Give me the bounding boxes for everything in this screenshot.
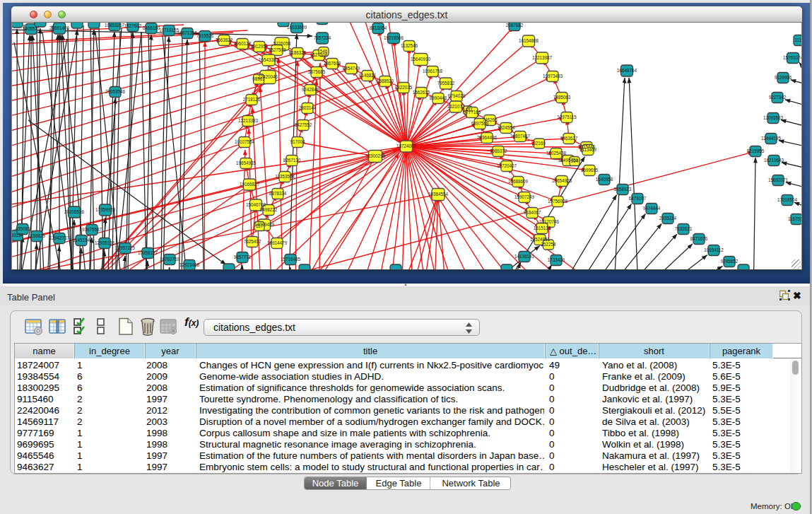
svg-text:11353594: 11353594 bbox=[275, 174, 295, 179]
svg-text:12093583: 12093583 bbox=[763, 115, 784, 120]
svg-text:19384554: 19384554 bbox=[428, 192, 449, 197]
svg-text:7663822: 7663822 bbox=[216, 37, 233, 42]
svg-text:7625402: 7625402 bbox=[244, 239, 261, 244]
svg-text:62160: 62160 bbox=[533, 141, 546, 146]
svg-text:7632621: 7632621 bbox=[675, 226, 693, 231]
svg-text:8471676: 8471676 bbox=[690, 236, 708, 241]
svg-text:9777169: 9777169 bbox=[464, 110, 481, 115]
svg-text:435081: 435081 bbox=[15, 226, 30, 231]
svg-text:15751074: 15751074 bbox=[783, 55, 801, 60]
svg-text:17957225: 17957225 bbox=[115, 245, 136, 250]
svg-text:6897568: 6897568 bbox=[471, 121, 489, 126]
svg-text:8878334: 8878334 bbox=[269, 191, 287, 196]
svg-text:16671355: 16671355 bbox=[177, 30, 198, 35]
svg-text:15046768: 15046768 bbox=[246, 202, 266, 207]
svg-text:9113469: 9113469 bbox=[579, 147, 597, 152]
svg-text:7955812: 7955812 bbox=[437, 81, 455, 86]
svg-text:917004: 917004 bbox=[290, 139, 305, 144]
svg-text:10807487: 10807487 bbox=[510, 134, 531, 139]
svg-text:10025438: 10025438 bbox=[546, 151, 567, 156]
svg-text:9474444: 9474444 bbox=[643, 206, 661, 211]
svg-text:19654923: 19654923 bbox=[552, 178, 572, 183]
svg-text:6794028: 6794028 bbox=[448, 93, 466, 98]
svg-text:17016504: 17016504 bbox=[777, 197, 798, 202]
svg-text:6479197: 6479197 bbox=[629, 196, 647, 201]
svg-text:16782759: 16782759 bbox=[160, 257, 180, 262]
svg-text:1615132: 1615132 bbox=[534, 226, 551, 230]
svg-text:12923468: 12923468 bbox=[180, 262, 200, 267]
svg-text:8267130: 8267130 bbox=[283, 158, 301, 163]
svg-text:1640958: 1640958 bbox=[596, 177, 613, 182]
svg-text:8215955: 8215955 bbox=[747, 148, 765, 153]
svg-text:18300295: 18300295 bbox=[365, 153, 386, 158]
svg-text:3824554: 3824554 bbox=[498, 125, 515, 130]
svg-text:7515526: 7515526 bbox=[196, 33, 214, 38]
svg-text:10654112: 10654112 bbox=[704, 247, 724, 252]
svg-text:10961758: 10961758 bbox=[423, 69, 443, 74]
svg-text:1405571: 1405571 bbox=[23, 26, 40, 31]
svg-text:9227342: 9227342 bbox=[769, 95, 787, 100]
svg-text:19166827: 19166827 bbox=[240, 182, 260, 187]
svg-text:9527503: 9527503 bbox=[269, 47, 286, 52]
svg-text:1527602: 1527602 bbox=[124, 23, 142, 28]
svg-text:8427552: 8427552 bbox=[295, 122, 312, 127]
svg-text:8454749: 8454749 bbox=[343, 66, 360, 71]
svg-text:1562615: 1562615 bbox=[413, 90, 430, 95]
svg-text:117: 117 bbox=[256, 223, 264, 228]
svg-text:8960128: 8960128 bbox=[234, 41, 252, 46]
svg-text:1145194: 1145194 bbox=[73, 238, 90, 243]
svg-text:93975587: 93975587 bbox=[82, 227, 102, 232]
svg-text:39134: 39134 bbox=[12, 233, 23, 238]
svg-text:16210643: 16210643 bbox=[764, 158, 784, 163]
svg-text:7986372: 7986372 bbox=[490, 148, 507, 153]
svg-text:1588520: 1588520 bbox=[377, 78, 394, 83]
svg-text:8990448: 8990448 bbox=[430, 95, 447, 100]
svg-text:15716485: 15716485 bbox=[281, 257, 301, 262]
svg-text:12942737: 12942737 bbox=[49, 235, 70, 240]
svg-text:5958923: 5958923 bbox=[614, 187, 632, 192]
svg-text:10853267: 10853267 bbox=[105, 23, 125, 28]
svg-text:15692071: 15692071 bbox=[768, 177, 789, 182]
svg-text:13524851: 13524851 bbox=[530, 237, 551, 242]
svg-text:9699695: 9699695 bbox=[581, 168, 599, 173]
svg-text:3875685: 3875685 bbox=[308, 69, 326, 74]
svg-text:98961: 98961 bbox=[252, 76, 265, 81]
svg-text:2803144: 2803144 bbox=[299, 105, 317, 110]
svg-text:20206536: 20206536 bbox=[64, 209, 85, 214]
svg-text:16914479: 16914479 bbox=[267, 240, 288, 245]
svg-text:9657771: 9657771 bbox=[234, 255, 252, 259]
svg-text:10958107: 10958107 bbox=[138, 250, 158, 255]
svg-text:252254: 252254 bbox=[541, 242, 556, 247]
svg-text:9146821: 9146821 bbox=[359, 73, 377, 78]
svg-text:16154808: 16154808 bbox=[519, 38, 539, 43]
svg-text:1167533: 1167533 bbox=[788, 216, 801, 221]
svg-text:7485063: 7485063 bbox=[553, 95, 571, 100]
svg-text:16648764: 16648764 bbox=[617, 68, 637, 73]
svg-text:12905135: 12905135 bbox=[95, 240, 115, 245]
svg-text:2087682: 2087682 bbox=[506, 23, 524, 28]
svg-text:15720407: 15720407 bbox=[497, 163, 517, 168]
svg-text:8813054: 8813054 bbox=[370, 25, 387, 30]
svg-text:8912954: 8912954 bbox=[251, 44, 269, 49]
svg-text:9463627: 9463627 bbox=[560, 136, 578, 141]
svg-text:18724007: 18724007 bbox=[396, 144, 417, 148]
svg-text:5226058: 5226058 bbox=[273, 41, 291, 46]
svg-text:8822035: 8822035 bbox=[395, 85, 413, 90]
svg-text:1733426: 1733426 bbox=[548, 257, 565, 262]
svg-text:9245652: 9245652 bbox=[721, 259, 739, 264]
svg-text:10107554: 10107554 bbox=[235, 139, 255, 144]
svg-text:16033809: 16033809 bbox=[287, 25, 307, 30]
svg-text:7857224: 7857224 bbox=[314, 35, 331, 40]
svg-text:2867608: 2867608 bbox=[324, 61, 341, 66]
svg-text:16120746: 16120746 bbox=[539, 219, 560, 224]
svg-text:12213383: 12213383 bbox=[238, 118, 259, 123]
svg-text:8186328: 8186328 bbox=[289, 50, 307, 55]
svg-text:14136141: 14136141 bbox=[514, 254, 535, 259]
svg-text:15907249: 15907249 bbox=[514, 194, 535, 199]
svg-text:16543382: 16543382 bbox=[259, 57, 279, 62]
svg-text:12444195: 12444195 bbox=[761, 136, 782, 141]
svg-text:12975115: 12975115 bbox=[557, 115, 577, 119]
svg-text:2935114: 2935114 bbox=[659, 216, 677, 221]
svg-text:20364436: 20364436 bbox=[477, 135, 498, 140]
svg-text:20691406: 20691406 bbox=[49, 25, 70, 30]
